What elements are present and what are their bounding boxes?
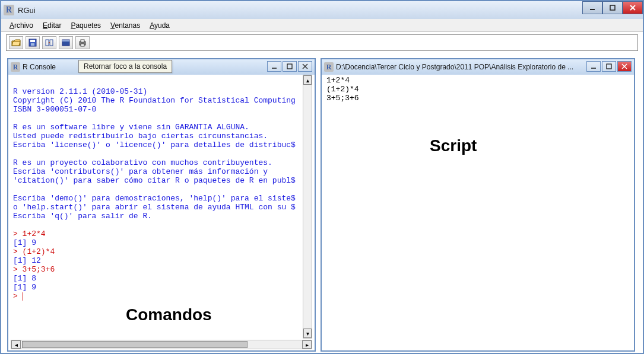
refresh-focus-button[interactable]	[42, 36, 56, 49]
menu-archivo[interactable]: Archivo	[5, 20, 38, 31]
script-maximize-button[interactable]	[602, 61, 616, 72]
cascade-windows-button[interactable]	[59, 36, 73, 49]
mdi-workspace: R R Console Retornar foco a la consola R…	[2, 53, 642, 352]
scroll-down-icon[interactable]: ▾	[303, 329, 312, 338]
svg-rect-6	[31, 43, 34, 46]
close-button[interactable]	[623, 1, 643, 14]
script-window[interactable]: R D:\Docencia\Tercer Ciclo y Postgrado\2…	[321, 58, 635, 352]
console-horizontal-scrollbar[interactable]: ◂ ▸	[11, 340, 312, 349]
script-title: D:\Docencia\Tercer Ciclo y Postgrado\201…	[336, 63, 573, 71]
svg-rect-5	[30, 40, 35, 42]
scroll-up-icon[interactable]: ▴	[303, 75, 312, 85]
script-titlebar[interactable]: R D:\Docencia\Tercer Ciclo y Postgrado\2…	[322, 59, 634, 75]
scroll-thumb[interactable]	[22, 341, 248, 348]
r-logo-icon: R	[11, 62, 20, 72]
console-vertical-scrollbar[interactable]: ▴ ▾	[303, 75, 312, 339]
r-logo-icon: R	[324, 62, 334, 72]
console-minimize-button[interactable]	[267, 61, 281, 72]
main-title: RGui	[18, 6, 36, 15]
script-minimize-button[interactable]	[586, 61, 601, 72]
scroll-left-icon[interactable]: ◂	[11, 340, 21, 349]
tooltip: Retornar foco a la consola	[78, 60, 172, 73]
svg-rect-13	[81, 44, 84, 46]
menu-ayuda[interactable]: Ayuda	[145, 20, 175, 31]
menu-paquetes[interactable]: Paquetes	[66, 20, 106, 31]
toolbar	[6, 34, 638, 51]
script-text-area[interactable]: 1+2*4 (1+2)*4 3+5;3+6	[324, 75, 632, 348]
svg-rect-1	[610, 5, 615, 10]
console-close-button[interactable]	[298, 61, 312, 72]
menu-editar[interactable]: Editar	[38, 20, 66, 31]
save-button[interactable]	[26, 36, 40, 49]
r-logo-icon: R	[4, 5, 14, 15]
scroll-right-icon[interactable]: ▸	[302, 340, 312, 349]
svg-rect-19	[607, 64, 611, 69]
console-text-area[interactable]: R version 2.11.1 (2010-05-31) Copyright …	[11, 75, 312, 339]
main-titlebar[interactable]: R RGui	[1, 1, 643, 19]
svg-rect-12	[81, 40, 84, 42]
console-window[interactable]: R R Console Retornar foco a la consola R…	[7, 58, 316, 352]
menu-bar: Archivo Editar Paquetes Ventanas Ayuda	[1, 19, 643, 32]
console-maximize-button[interactable]	[283, 61, 297, 72]
minimize-button[interactable]	[582, 1, 602, 14]
maximize-button[interactable]	[602, 1, 623, 14]
svg-rect-7	[46, 40, 49, 46]
rgui-main-window: R RGui Archivo Editar Paquetes Ventanas …	[0, 0, 644, 354]
script-close-button[interactable]	[617, 61, 632, 72]
svg-rect-15	[287, 64, 292, 69]
open-button[interactable]	[9, 36, 23, 49]
print-button[interactable]	[75, 36, 90, 49]
svg-rect-8	[50, 40, 53, 46]
menu-ventanas[interactable]: Ventanas	[106, 20, 145, 31]
console-titlebar[interactable]: R R Console Retornar foco a la consola	[8, 59, 315, 75]
svg-rect-10	[62, 40, 69, 42]
console-title: R Console	[23, 63, 56, 71]
